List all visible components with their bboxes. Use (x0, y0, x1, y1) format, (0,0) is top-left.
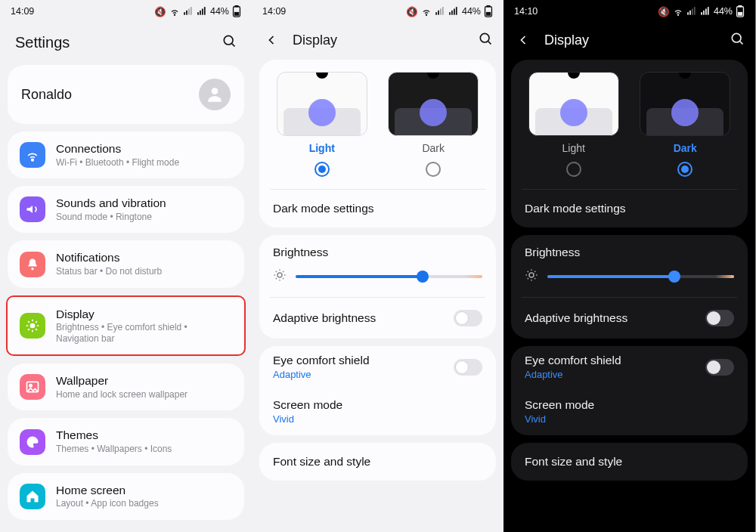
font-card: Font size and style (259, 443, 496, 481)
sun-icon (273, 268, 287, 285)
battery-pct: 44% (210, 6, 229, 17)
svg-point-16 (30, 323, 36, 329)
settings-item-home-screen[interactable]: Home screen Layout • App icon badges (8, 473, 244, 520)
brightness-slider[interactable] (296, 275, 482, 278)
wifi-icon (169, 6, 180, 17)
svg-rect-5 (197, 12, 199, 15)
battery-icon (232, 5, 241, 17)
theme-option-light[interactable]: Light (270, 72, 374, 183)
dark-mode-settings-label: Dark mode settings (525, 202, 626, 215)
adaptive-brightness-label: Adaptive brightness (273, 311, 376, 325)
theme-label-light: Light (309, 142, 335, 154)
back-button[interactable] (262, 31, 280, 49)
brightness-card: Brightness Adaptive brightness (259, 235, 496, 339)
svg-rect-23 (442, 7, 444, 15)
svg-point-46 (529, 273, 534, 277)
svg-point-32 (277, 273, 282, 277)
radio-dark[interactable] (677, 162, 692, 177)
adaptive-brightness-row[interactable]: Adaptive brightness (511, 298, 748, 339)
svg-rect-25 (451, 11, 453, 15)
font-size-row[interactable]: Font size and style (511, 443, 748, 481)
svg-rect-37 (694, 7, 696, 15)
wifi-icon (673, 6, 683, 17)
font-size-row[interactable]: Font size and style (259, 443, 496, 481)
svg-point-19 (426, 14, 426, 15)
header: Display (503, 23, 755, 60)
eye-comfort-toggle[interactable] (705, 359, 734, 376)
svg-point-33 (677, 14, 678, 15)
signal-icon-2 (700, 6, 711, 17)
svg-rect-21 (438, 11, 439, 15)
svg-rect-43 (739, 5, 742, 7)
item-sub: Themes • Wallpapers • Icons (56, 444, 232, 454)
status-time: 14:09 (11, 6, 34, 17)
theme-option-light[interactable]: Light (522, 72, 626, 183)
screen-mode-label: Screen mode (525, 398, 734, 412)
adaptive-brightness-toggle[interactable] (705, 310, 734, 326)
eye-comfort-row[interactable]: Eye comfort shield Adaptive (259, 346, 496, 391)
search-button[interactable] (222, 33, 237, 51)
screen-mode-sub: Vivid (525, 413, 734, 425)
theme-preview-light (277, 72, 367, 136)
settings-item-connections[interactable]: Connections Wi-Fi • Bluetooth • Flight m… (8, 131, 244, 178)
svg-rect-34 (687, 12, 689, 15)
brightness-slider[interactable] (547, 275, 734, 278)
settings-item-notifications[interactable]: Notifications Status bar • Do not distur… (8, 240, 244, 287)
brightness-title: Brightness (511, 235, 748, 264)
screen-mode-row[interactable]: Screen mode Vivid (259, 391, 496, 435)
avatar (199, 79, 231, 110)
screen-mode-label: Screen mode (273, 398, 482, 412)
eye-comfort-sub: Adaptive (525, 369, 696, 380)
radio-light[interactable] (566, 162, 581, 177)
signal-icon (686, 6, 697, 17)
svg-point-15 (31, 268, 33, 270)
settings-item-themes[interactable]: Themes Themes • Wallpapers • Icons (8, 418, 244, 465)
svg-rect-35 (689, 11, 691, 15)
mute-icon: 🔇 (406, 6, 418, 17)
brightness-title: Brightness (259, 235, 496, 264)
search-button[interactable] (478, 31, 493, 49)
settings-item-sounds[interactable]: Sounds and vibration Sound mode • Ringto… (8, 186, 244, 233)
header: Display (252, 23, 503, 60)
dark-mode-settings-row[interactable]: Dark mode settings (511, 190, 748, 227)
svg-point-18 (29, 385, 32, 387)
svg-rect-36 (692, 9, 693, 15)
eye-comfort-row[interactable]: Eye comfort shield Adaptive (511, 346, 748, 391)
font-card: Font size and style (511, 443, 748, 481)
display-content: Light Dark Dark mode settings Brightness (503, 60, 755, 481)
theme-option-dark[interactable]: Dark (382, 72, 486, 183)
battery-pct: 44% (462, 6, 481, 17)
theme-chooser: Light Dark (511, 60, 748, 189)
mute-icon: 🔇 (154, 6, 166, 17)
profile-card[interactable]: Ronaldo (8, 65, 244, 124)
status-time: 14:10 (514, 6, 538, 17)
display-content: Light Dark Dark mode settings Brightness (252, 60, 503, 481)
adaptive-brightness-label: Adaptive brightness (525, 311, 627, 325)
battery-icon (736, 5, 745, 17)
theme-preview-dark (388, 72, 479, 136)
page-title: Settings (15, 34, 70, 51)
svg-rect-26 (454, 9, 455, 15)
radio-light[interactable] (314, 162, 330, 177)
theme-card: Light Dark Dark mode settings (259, 60, 496, 227)
dark-mode-settings-row[interactable]: Dark mode settings (259, 190, 496, 227)
font-size-label: Font size and style (273, 455, 370, 469)
wifi-icon (20, 142, 45, 168)
settings-item-display[interactable]: Display Brightness • Eye comfort shield … (6, 295, 246, 357)
item-title: Sounds and vibration (56, 196, 232, 210)
item-title: Home screen (56, 484, 232, 497)
search-button[interactable] (730, 31, 745, 49)
item-sub: Layout • App icon badges (56, 498, 232, 509)
eye-comfort-toggle[interactable] (454, 359, 482, 376)
settings-item-wallpaper[interactable]: Wallpaper Home and lock screen wallpaper (8, 363, 244, 410)
adaptive-brightness-row[interactable]: Adaptive brightness (259, 298, 496, 339)
signal-icon-2 (448, 6, 459, 17)
theme-preview-dark (640, 72, 730, 136)
item-title: Notifications (56, 251, 232, 264)
back-button[interactable] (514, 31, 532, 49)
adaptive-brightness-toggle[interactable] (454, 310, 482, 326)
screen-mode-row[interactable]: Screen mode Vivid (511, 391, 748, 435)
theme-option-dark[interactable]: Dark (634, 72, 738, 183)
svg-rect-30 (486, 12, 491, 16)
radio-dark[interactable] (426, 162, 441, 177)
